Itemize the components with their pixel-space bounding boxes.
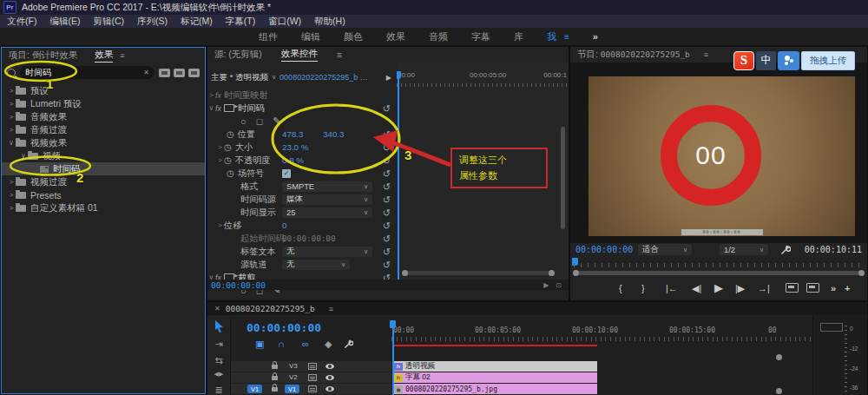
yuv-effects-icon[interactable] (188, 69, 200, 77)
linked-selection-icon[interactable]: ∞ (302, 339, 309, 349)
chevron-down-icon[interactable]: ∨ (272, 74, 276, 81)
reset-param-icon[interactable]: ↺ (383, 130, 391, 139)
source-patch-v1[interactable]: V1 (247, 385, 262, 393)
workspace-menu-icon[interactable]: ≡ (564, 32, 569, 42)
stopwatch-icon[interactable]: ◷ (224, 142, 232, 152)
close-panel-icon[interactable]: ✕ (214, 305, 220, 313)
go-to-in-button[interactable]: |← (666, 283, 678, 293)
clip-subtitle-02[interactable]: fx 字幕 02 (392, 372, 597, 383)
panel-menu-icon[interactable]: ≡ (120, 51, 124, 60)
timecode-source-dropdown[interactable]: 媒体 ∨ (282, 194, 372, 205)
source-track-dropdown[interactable]: 无 ∨ (282, 260, 350, 270)
stopwatch-icon[interactable]: ◷ (227, 168, 234, 178)
opacity-value[interactable]: 0.8 % (282, 155, 304, 165)
button-overflow-icon[interactable]: » (831, 283, 836, 293)
play-around-icon[interactable]: ▶ (543, 281, 549, 289)
ec-time-ruler[interactable]: 00:00 00:00:05:00 00:00:1 (397, 71, 569, 82)
sync-lock-icon[interactable] (308, 374, 317, 381)
track-visibility-eye-icon[interactable] (326, 386, 334, 392)
tree-item-lumetri-presets[interactable]: > Lumetri 预设 (2, 97, 205, 110)
scrollbar-handle[interactable] (573, 270, 579, 276)
menu-marker[interactable]: 标记(M) (181, 16, 213, 28)
tab-effect-controls[interactable]: 效果控件 (281, 48, 318, 62)
play-effect-icon[interactable]: ▶ (386, 74, 391, 82)
menu-title[interactable]: 字幕(T) (226, 16, 255, 28)
track-target-v1[interactable]: V1 (285, 385, 299, 393)
row-field-symbol[interactable]: ◷ 场符号 ✓ ↺ (207, 167, 397, 180)
tree-item-presets-en[interactable]: > Presets (2, 188, 205, 201)
mark-out-button[interactable]: } (641, 283, 645, 293)
scrollbar-handle[interactable] (549, 270, 555, 276)
panel-menu-icon[interactable]: ≡ (704, 50, 708, 59)
row-size[interactable]: > ◷ 大小 23.0 % ↺ (207, 141, 397, 154)
reset-param-icon[interactable]: ↺ (383, 156, 391, 165)
reset-param-icon[interactable]: ↺ (383, 234, 391, 243)
field-symbol-checkbox[interactable]: ✓ (282, 169, 291, 178)
ec-current-timecode[interactable]: 00:00:00:00 (211, 280, 266, 290)
workspace-tab-effects[interactable]: 效果 (386, 30, 405, 43)
lock-icon[interactable] (272, 365, 278, 369)
accelerated-effects-icon[interactable] (159, 69, 170, 77)
row-offset[interactable]: > 位移 0 ↺ (207, 219, 397, 232)
workspace-tab-audio[interactable]: 音频 (429, 30, 448, 43)
menu-sequence[interactable]: 序列(S) (137, 16, 168, 28)
sogou-cloud-icon[interactable] (778, 51, 799, 70)
menu-help[interactable]: 帮助(H) (314, 16, 345, 28)
bit-depth-icon[interactable] (174, 69, 185, 77)
track-scrollbar-handle[interactable] (776, 354, 782, 360)
playback-resolution-dropdown[interactable]: 1/2 ∨ (720, 244, 768, 255)
program-scrollbar[interactable] (575, 271, 863, 275)
track-header-v1[interactable]: V1 V1 (231, 384, 391, 394)
tree-item-audio-transitions[interactable]: > 音频过渡 (2, 123, 205, 136)
ellipse-mask-icon[interactable]: ○ (240, 116, 247, 127)
workspace-tab-custom[interactable]: 我 (547, 30, 556, 43)
tab-project[interactable]: 项目: 倒计时效果 (9, 49, 77, 62)
clear-search-icon[interactable]: ✕ (143, 69, 149, 76)
scrollbar-handle[interactable] (858, 270, 865, 276)
tab-program[interactable]: 节目: 0008020220275295_b (577, 49, 690, 61)
sync-lock-icon[interactable] (308, 385, 317, 392)
reset-param-icon[interactable]: ↺ (383, 195, 391, 204)
tree-item-custom-bin[interactable]: > 自定义素材箱 01 (2, 201, 205, 214)
clip-transparent-video[interactable]: fx 透明视频 (392, 361, 597, 372)
lift-button[interactable] (786, 283, 799, 293)
row-time-remapping[interactable]: > fx 时间重映射 (207, 89, 397, 102)
tree-item-video-transitions[interactable]: > 视频过渡 (2, 175, 205, 188)
label-text-dropdown[interactable]: 无 ∨ (282, 247, 372, 257)
add-button-icon[interactable]: + (845, 283, 850, 293)
clip-background-jpg[interactable]: ▦ 0008020220275295_b.jpg (392, 384, 597, 394)
track-header-v3[interactable]: V3 (231, 361, 391, 372)
track-header-v2[interactable]: V2 (231, 372, 391, 383)
reset-param-icon[interactable]: ↺ (383, 247, 391, 256)
reset-param-icon[interactable]: ↺ (383, 260, 391, 269)
track-select-tool[interactable]: ⇥ (207, 339, 230, 350)
reset-param-icon[interactable]: ↺ (383, 182, 391, 191)
add-marker-icon[interactable]: ◆ (325, 339, 332, 350)
reset-param-icon[interactable]: ↺ (383, 169, 391, 178)
go-to-out-button[interactable]: →| (758, 283, 770, 293)
rolling-edit-tool[interactable]: ◀▶ (207, 371, 230, 378)
track-visibility-eye-icon[interactable] (326, 375, 334, 380)
tree-item-timecode-effect[interactable]: 时间码 (2, 162, 205, 175)
ec-horizontal-scrollbar[interactable] (404, 271, 553, 275)
sequence-tab[interactable]: 0008020220275295_b (226, 304, 315, 313)
reset-param-icon[interactable]: ↺ (383, 143, 391, 152)
panel-menu-icon[interactable]: ≡ (337, 49, 342, 60)
tree-item-presets-cn[interactable]: > 预设 (2, 84, 205, 97)
drag-upload-button[interactable]: 拖拽上传 (801, 51, 855, 70)
row-position[interactable]: ◷ 位置 478.3 340.3 ↺ (207, 128, 397, 141)
sync-lock-icon[interactable] (308, 363, 317, 370)
tree-item-audio-effects[interactable]: > 音频效果 (2, 110, 205, 123)
reset-param-icon[interactable]: ↺ (383, 208, 391, 217)
row-timecode-effect-header[interactable]: ∨ fx 时间码 ↺ (207, 102, 397, 115)
timeline-settings-icon[interactable] (344, 339, 353, 349)
track-visibility-eye-icon[interactable] (326, 364, 334, 369)
program-video-frame[interactable]: 00 00:00:00:00 (589, 76, 855, 236)
sogou-logo-icon[interactable]: S (733, 51, 754, 70)
play-button[interactable]: ▶ (714, 281, 723, 294)
menu-clip[interactable]: 剪辑(C) (93, 16, 124, 28)
reset-param-icon[interactable]: ↺ (383, 221, 391, 230)
step-forward-button[interactable]: |▶ (735, 283, 745, 294)
nest-toggle-icon[interactable]: ▣ (255, 339, 264, 350)
position-x-value[interactable]: 478.3 (282, 129, 304, 139)
